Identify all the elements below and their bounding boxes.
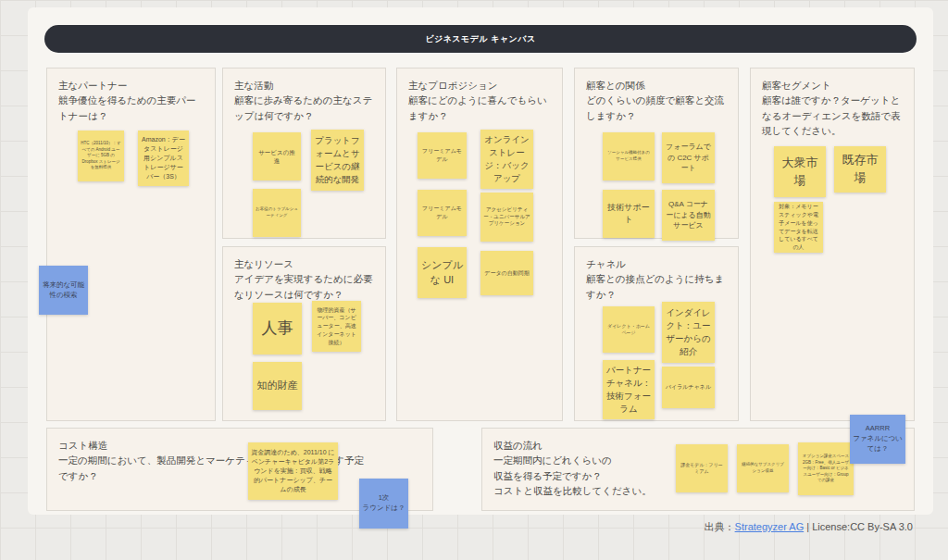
section-title: 主なリソース [234,256,374,271]
section-header: 主な活動 顧客に歩み寄るための主なステップは何ですか？ [223,68,385,123]
sticky-note[interactable]: 知的財産 [253,362,302,410]
section-title: 主な活動 [234,78,374,93]
section-question: アイデアを実現するために必要なリソースは何ですか？ [234,271,374,302]
sticky-note[interactable]: サービスの推進 [253,132,301,180]
canvas-title-bar[interactable]: ビジネスモデル キャンバス [44,25,917,53]
sticky-note[interactable]: データの自動同期 [480,251,533,295]
sticky-note[interactable]: 資金調達のため、2011/10 にベンチャーキャピタル第2ラウンドを実施：買収、… [248,442,338,500]
sticky-note[interactable]: アクセシビリティー・ユニバーサルアプリケーション [480,193,533,242]
section-header: 顧客セグメント 顧客は誰ですか？ターゲットとなるオーディエンスを数語で表現してく… [751,68,914,138]
section-title: 顧客セグメント [762,78,903,93]
section-key-activities[interactable]: 主な活動 顧客に歩み寄るための主なステップは何ですか？ サービスの推進プラットフ… [222,68,386,239]
section-value-proposition[interactable]: 主なプロポジション 顧客にどのように喜んでもらいますか？ フリーミアムモデルオン… [396,68,563,421]
section-title: コスト構造 [58,438,421,453]
sticky-note[interactable]: 課金モデル：フリーミアム [676,444,728,492]
sticky-note-blue[interactable]: AARRR ファネルについては？ [850,415,905,464]
sticky-note[interactable]: フリーミアムモデル [418,132,467,179]
section-title: 主なプロポジション [408,78,551,93]
sticky-note[interactable]: 継続的なサブスクリプション収益 [737,444,789,492]
sticky-note[interactable]: シンプルな UI [418,247,467,298]
sticky-note[interactable]: HTC（2011/10）：すべての Android ユーザーに 5GB の Dr… [78,131,124,181]
section-question: 顧客に歩み寄るための主なステップは何ですか？ [234,93,374,123]
section-key-partners[interactable]: 主なパートナー 競争優位を得るための主要パートナーは？ HTC（2011/10）… [46,68,216,421]
attribution-license: | License:CC By-SA 3.0 [804,521,913,532]
sticky-note-blue[interactable]: 将来的な可能性の模索 [39,266,88,315]
sticky-note[interactable]: 既存市場 [834,146,886,193]
section-header: 主なプロポジション 顧客にどのように喜んでもらいますか？ [397,68,562,123]
strategyzer-link[interactable]: Strategyzer AG [735,521,805,532]
sticky-note[interactable]: 技術サポート [603,190,655,238]
section-title: チャネル [586,256,727,271]
section-header: 主なリソース アイデアを実現するために必要なリソースは何ですか？ [223,247,385,302]
sticky-note[interactable]: パートナーチャネル：技術フォーラム [603,360,655,419]
sticky-note[interactable]: お客様のトラブルシューティング [253,189,301,237]
sticky-note[interactable]: フォーラムでの C2C サポート [662,132,715,183]
sticky-note[interactable]: Q&A コーナーによる自動サービス [662,190,715,241]
attribution: 出典：Strategyzer AG | License:CC By-SA 3.0 [705,520,913,534]
sticky-note[interactable]: 物理的資産（サーバー、コンピューター、高速インターネット接続） [312,301,361,352]
sticky-note[interactable]: ソーシャル機能付きのサービス提供 [603,132,655,180]
sticky-note[interactable]: インダイレクト：ユーザーからの紹介 [662,302,715,363]
section-question: 顧客との接点どのように持ちますか？ [586,271,727,302]
section-header: コスト構造 一定の期間において、製品開発とマーケティングにいくら費やす予定ですか… [47,429,432,483]
attribution-prefix: 出典： [705,521,735,532]
sticky-note[interactable]: フリーミアムモデル [418,190,467,236]
sticky-note[interactable]: オンラインストレージ：バックアップ [480,130,533,189]
sticky-note-blue[interactable]: 1次 ラウンドは？ [359,479,408,529]
section-question: どのくらいの頻度で顧客と交流しますか？ [586,93,727,123]
section-customer-segments[interactable]: 顧客セグメント 顧客は誰ですか？ターゲットとなるオーディエンスを数語で表現してく… [750,68,915,421]
section-title: 顧客との関係 [586,78,727,93]
section-header: 主なパートナー 競争優位を得るための主要パートナーは？ [47,68,215,123]
section-question: 顧客は誰ですか？ターゲットとなるオーディエンスを数語で表現してください。 [762,93,903,138]
section-header: 顧客との関係 どのくらいの頻度で顧客と交流しますか？ [575,68,738,123]
sticky-note[interactable]: バイラルチャネル [662,367,715,408]
section-question: 競争優位を得るための主要パートナーは？ [58,93,204,123]
section-question: 顧客にどのように喜んでもらいますか？ [408,93,551,123]
section-key-resources[interactable]: 主なリソース アイデアを実現するために必要なリソースは何ですか？ 人事物理的資産… [222,246,386,421]
canvas-title: ビジネスモデル キャンバス [425,33,536,45]
sticky-note[interactable]: ダイレクト・ホームページ [603,306,655,353]
sticky-note[interactable]: 人事 [253,303,302,355]
section-header: チャネル 顧客との接点どのように持ちますか？ [575,247,738,302]
section-customer-relationships[interactable]: 顧客との関係 どのくらいの頻度で顧客と交流しますか？ ソーシャル機能付きのサービ… [574,68,739,239]
section-channels[interactable]: チャネル 顧客との接点どのように持ちますか？ ダイレクト・ホームページインダイレ… [574,246,739,421]
sticky-note[interactable]: 大衆市場 [774,146,826,197]
sticky-note[interactable]: プラットフォームとサービスの継続的な開発 [311,130,364,191]
sticky-note[interactable]: Amazon：データストレージ用シンプルストレージサーバー（3S） [138,131,189,186]
sticky-note[interactable]: 対象：メモリースティックや電子メールを使ってデータを転送しているすべての人 [774,202,823,253]
sticky-note[interactable]: オプション課金スペース 2GB：Free、個人ユーザー向け：Basic or ビ… [798,442,854,495]
section-title: 主なパートナー [58,78,204,93]
